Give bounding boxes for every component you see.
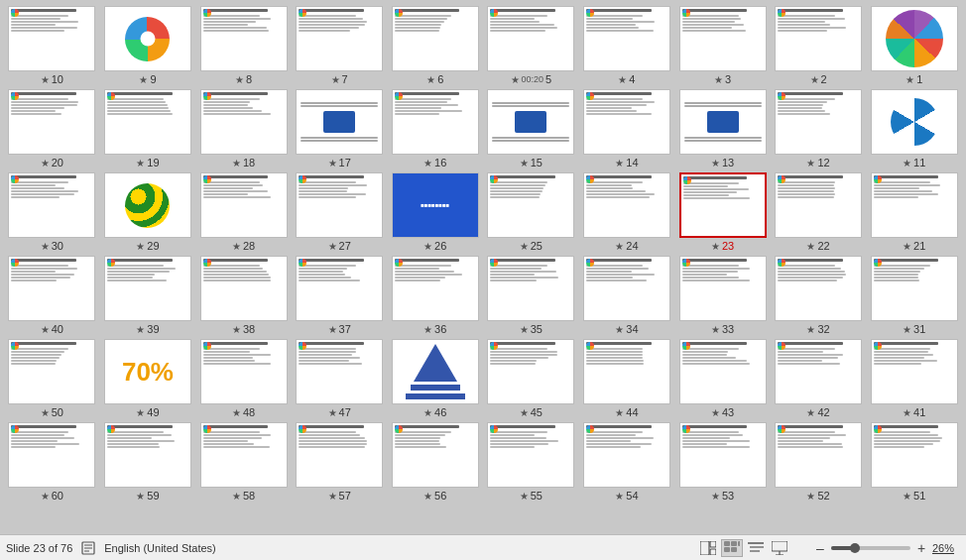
slide-item-42[interactable]: ★42 <box>773 339 865 418</box>
slide-thumb-1[interactable] <box>871 6 958 71</box>
slide-item-43[interactable]: ★43 <box>676 339 769 418</box>
slide-item-40[interactable]: ★40 <box>6 256 98 335</box>
slide-thumb-17[interactable] <box>296 89 383 155</box>
slide-item-37[interactable]: ★37 <box>294 256 386 335</box>
slide-thumb-9[interactable] <box>104 6 191 71</box>
slide-thumb-40[interactable] <box>8 256 95 321</box>
slide-thumb-12[interactable] <box>775 89 862 155</box>
slide-item-53[interactable]: ★53 <box>676 422 769 502</box>
slide-item-8[interactable]: ★8 <box>197 6 290 85</box>
slide-thumb-43[interactable] <box>679 339 767 404</box>
slide-thumb-58[interactable] <box>200 422 288 488</box>
slide-item-5[interactable]: ★00:205 <box>485 6 577 85</box>
slide-thumb-27[interactable] <box>296 172 383 238</box>
slide-item-30[interactable]: ★30 <box>6 172 98 252</box>
slide-item-17[interactable]: ★17 <box>294 89 386 168</box>
slide-item-24[interactable]: ★24 <box>581 172 673 252</box>
slide-item-48[interactable]: ★48 <box>197 339 290 418</box>
slide-sorter-btn[interactable] <box>721 539 743 557</box>
slide-item-26[interactable]: ■■■■■■■■★26 <box>389 172 481 252</box>
slide-thumb-30[interactable] <box>8 172 95 238</box>
slide-item-2[interactable]: ★2 <box>773 6 865 85</box>
slide-thumb-2[interactable] <box>775 6 862 71</box>
slides-panel[interactable]: ★1★2★3★4★00:205★6★7★8★9★10★11★12★13★14★1… <box>0 0 966 534</box>
slide-item-13[interactable]: ★13 <box>676 89 769 168</box>
slide-thumb-7[interactable] <box>296 6 383 71</box>
slide-thumb-29[interactable] <box>104 172 191 238</box>
slide-item-14[interactable]: ★14 <box>581 89 673 168</box>
slide-thumb-22[interactable] <box>775 172 862 238</box>
slide-item-12[interactable]: ★12 <box>773 89 865 168</box>
slide-item-32[interactable]: ★32 <box>773 256 865 335</box>
slide-thumb-24[interactable] <box>583 172 670 238</box>
slide-item-56[interactable]: ★56 <box>389 422 481 502</box>
slide-thumb-32[interactable] <box>775 256 862 321</box>
slide-thumb-35[interactable] <box>487 256 574 321</box>
outline-view-btn[interactable] <box>745 539 767 557</box>
slide-item-41[interactable]: ★41 <box>868 339 960 418</box>
slide-thumb-33[interactable] <box>679 256 767 321</box>
slide-item-20[interactable]: ★20 <box>6 89 98 168</box>
slide-thumb-54[interactable] <box>583 422 670 488</box>
slide-item-4[interactable]: ★4 <box>581 6 673 85</box>
slide-thumb-42[interactable] <box>775 339 862 404</box>
slide-item-36[interactable]: ★36 <box>389 256 481 335</box>
slide-item-11[interactable]: ★11 <box>868 89 960 168</box>
slide-thumb-5[interactable] <box>487 6 574 71</box>
zoom-percent[interactable]: 26% <box>932 542 960 554</box>
slide-thumb-21[interactable] <box>871 172 958 238</box>
slide-item-35[interactable]: ★35 <box>485 256 577 335</box>
slide-thumb-60[interactable] <box>8 422 95 488</box>
slide-thumb-18[interactable] <box>200 89 288 155</box>
zoom-slider[interactable] <box>831 546 910 550</box>
slide-thumb-16[interactable] <box>392 89 479 155</box>
slide-item-21[interactable]: ★21 <box>868 172 960 252</box>
slide-thumb-48[interactable] <box>200 339 288 404</box>
slide-item-29[interactable]: ★29 <box>102 172 194 252</box>
slide-item-16[interactable]: ★16 <box>389 89 481 168</box>
slide-thumb-4[interactable] <box>583 6 670 71</box>
slide-item-50[interactable]: ★50 <box>6 339 98 418</box>
presenter-view-btn[interactable] <box>769 539 790 557</box>
slide-thumb-38[interactable] <box>200 256 288 321</box>
slide-item-31[interactable]: ★31 <box>868 256 960 335</box>
normal-view-btn[interactable] <box>697 539 719 557</box>
slide-item-18[interactable]: ★18 <box>197 89 290 168</box>
slide-item-60[interactable]: ★60 <box>6 422 98 502</box>
slide-item-44[interactable]: ★44 <box>581 339 673 418</box>
slide-thumb-28[interactable] <box>200 172 288 238</box>
slide-thumb-6[interactable] <box>392 6 479 71</box>
slide-thumb-34[interactable] <box>583 256 670 321</box>
slide-item-27[interactable]: ★27 <box>294 172 386 252</box>
slide-item-6[interactable]: ★6 <box>389 6 481 85</box>
slide-item-34[interactable]: ★34 <box>581 256 673 335</box>
slide-thumb-45[interactable] <box>487 339 574 404</box>
slide-item-39[interactable]: ★39 <box>102 256 194 335</box>
slide-item-47[interactable]: ★47 <box>294 339 386 418</box>
slide-item-9[interactable]: ★9 <box>102 6 194 85</box>
slide-thumb-46[interactable] <box>392 339 479 404</box>
slide-item-59[interactable]: ★59 <box>102 422 194 502</box>
slide-item-19[interactable]: ★19 <box>102 89 194 168</box>
slide-thumb-57[interactable] <box>296 422 383 488</box>
slide-thumb-25[interactable] <box>487 172 574 238</box>
slide-thumb-51[interactable] <box>871 422 958 488</box>
slide-item-7[interactable]: ★7 <box>294 6 386 85</box>
slide-item-10[interactable]: ★10 <box>6 6 98 85</box>
slide-item-15[interactable]: ★15 <box>485 89 577 168</box>
slide-thumb-53[interactable] <box>679 422 767 488</box>
slide-thumb-8[interactable] <box>200 6 288 71</box>
slide-thumb-23[interactable] <box>679 172 767 238</box>
slide-thumb-20[interactable] <box>8 89 95 155</box>
slide-thumb-41[interactable] <box>871 339 958 404</box>
slide-thumb-10[interactable] <box>8 6 95 71</box>
slide-thumb-55[interactable] <box>487 422 574 488</box>
slide-item-25[interactable]: ★25 <box>485 172 577 252</box>
slide-item-52[interactable]: ★52 <box>773 422 865 502</box>
slide-thumb-59[interactable] <box>104 422 191 488</box>
slide-item-28[interactable]: ★28 <box>197 172 290 252</box>
zoom-out-btn[interactable]: – <box>812 540 828 556</box>
slide-thumb-49[interactable]: 70% <box>104 339 191 404</box>
slide-item-49[interactable]: 70%★49 <box>102 339 194 418</box>
slide-thumb-26[interactable]: ■■■■■■■■ <box>392 172 479 238</box>
